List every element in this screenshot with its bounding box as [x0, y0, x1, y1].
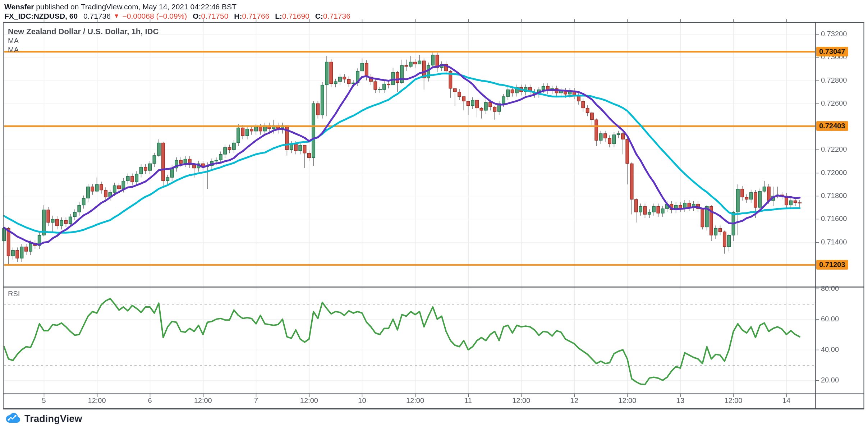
- price-level-badge: 0.73047: [816, 47, 848, 56]
- price-axis-label: 0.72000: [821, 169, 860, 177]
- price-change: −0.00068 (−0.09%): [122, 12, 187, 20]
- rsi-axis-label: 40.00: [821, 345, 860, 354]
- rsi-axis-label: 60.00: [821, 315, 860, 323]
- ma1-legend-label: MA: [8, 36, 159, 45]
- chart-page: Wensfer published on TradingView.com, Ma…: [0, 0, 868, 431]
- price-axis-label: 0.71600: [821, 215, 860, 223]
- time-axis-label: 14: [782, 396, 790, 405]
- price-axis-label: 0.71400: [821, 238, 860, 246]
- price-level-badge: 0.71203: [816, 260, 848, 270]
- high-value: 0.71766: [242, 12, 269, 20]
- close-value: 0.71736: [323, 12, 350, 20]
- time-axis-label: 5: [42, 396, 46, 405]
- time-axis-label: 13: [676, 396, 684, 405]
- down-arrow-icon: ▼: [114, 13, 120, 19]
- price-axis-label: 0.73200: [821, 30, 860, 38]
- high-label: H:: [234, 12, 242, 20]
- rsi-axis-label: 20.00: [821, 376, 860, 384]
- publish-header: Wensfer published on TradingView.com, Ma…: [4, 2, 236, 12]
- rsi-legend-label: RSI: [8, 290, 20, 298]
- time-axis-label: 12:00: [88, 396, 106, 405]
- chart-title: New Zealand Dollar / U.S. Dollar, 1h, ID…: [8, 27, 159, 36]
- time-axis-label: 7: [254, 396, 258, 405]
- publish-info: published on TradingView.com, May 14, 20…: [34, 3, 236, 11]
- symbol-interval: FX_IDC:NZDUSD, 60: [4, 12, 78, 20]
- low-value: 0.71690: [282, 12, 309, 20]
- time-axis-label: 6: [148, 396, 152, 405]
- author-name: Wensfer: [4, 3, 34, 11]
- rsi-axis-label: 80.00: [821, 284, 860, 293]
- ma2-legend-label: MA: [8, 45, 159, 54]
- chart-legend: New Zealand Dollar / U.S. Dollar, 1h, ID…: [8, 27, 159, 54]
- time-axis-label: 10: [358, 396, 366, 405]
- price-axis-label: 0.72200: [821, 145, 860, 153]
- close-label: C:: [315, 12, 323, 20]
- time-axis-label: 12:00: [406, 396, 424, 405]
- time-axis-label: 11: [464, 396, 472, 405]
- open-label: O:: [193, 12, 201, 20]
- last-price: 0.71736: [83, 12, 111, 20]
- price-level-badge: 0.72403: [816, 121, 848, 131]
- open-value: 0.71750: [201, 12, 228, 20]
- time-axis-label: 12:00: [194, 396, 212, 405]
- price-axis-label: 0.71800: [821, 192, 860, 200]
- time-axis-label: 12:00: [512, 396, 530, 405]
- time-axis-label: 12:00: [618, 396, 636, 405]
- tradingview-logo[interactable]: TradingView: [5, 412, 82, 425]
- tradingview-cloud-icon: [5, 412, 22, 425]
- price-axis-label: 0.72600: [821, 99, 860, 107]
- tradingview-logo-text: TradingView: [24, 413, 82, 425]
- time-axis-label: 12:00: [300, 396, 318, 405]
- low-label: L:: [275, 12, 282, 20]
- symbol-header: FX_IDC:NZDUSD, 60 0.71736 ▼ −0.00068 (−0…: [4, 12, 350, 22]
- price-chart-canvas[interactable]: [0, 0, 868, 431]
- price-axis-label: 0.72800: [821, 76, 860, 84]
- time-axis-label: 12:00: [724, 396, 742, 405]
- time-axis-label: 12: [570, 396, 578, 405]
